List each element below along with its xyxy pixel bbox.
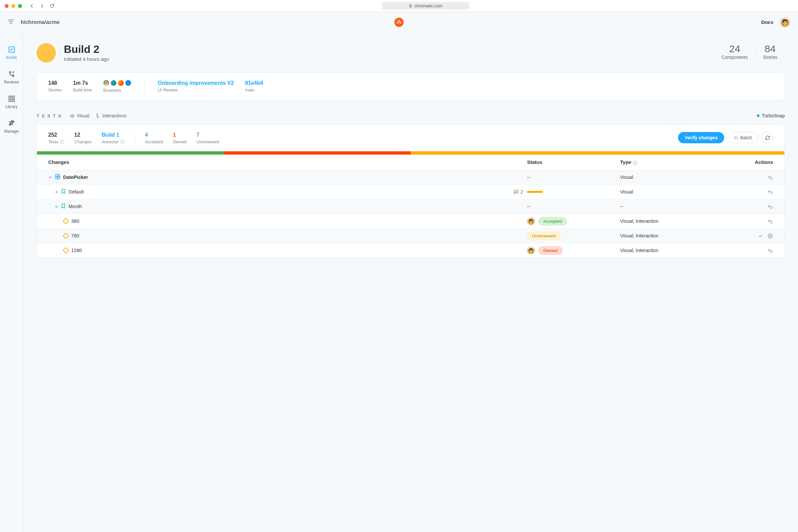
diamond-icon [62, 218, 69, 225]
components-stat: 24 Components [714, 43, 756, 60]
stat-label: Ancestor [101, 139, 118, 144]
back-button[interactable] [28, 2, 36, 10]
stat-value: 7 [196, 132, 220, 138]
filter-visual[interactable]: Visual [70, 113, 90, 118]
diamond-icon [62, 232, 69, 239]
chevron-down-icon[interactable] [48, 175, 52, 179]
branch-name: main [245, 88, 263, 92]
row-status: -- [527, 174, 620, 180]
deny-icon[interactable] [767, 233, 773, 239]
stat-value: 84 [763, 43, 777, 55]
help-icon[interactable]: ? [60, 140, 64, 144]
stat-unreviewed: 7 Unreviewed [196, 132, 220, 144]
sidebar-item-library[interactable]: Library [0, 91, 23, 115]
sidebar-label: Reviews [4, 80, 19, 84]
table-row[interactable]: DatePicker -- Visual [37, 170, 784, 185]
breadcrumb[interactable]: hichroma/acme [21, 19, 59, 25]
bookmark-icon [61, 204, 65, 209]
library-icon [8, 95, 15, 102]
refresh-icon [765, 135, 770, 140]
component-icon [55, 174, 60, 180]
undo-icon[interactable] [767, 174, 773, 180]
svg-rect-13 [58, 174, 60, 176]
sidebar-item-reviews[interactable]: Reviews [0, 66, 23, 91]
stat-label: Components [722, 55, 748, 60]
manage-icon [8, 120, 15, 127]
reload-button[interactable] [48, 2, 56, 10]
menu-icon[interactable] [8, 19, 14, 25]
info-stories: 148 Stories [48, 80, 61, 92]
undo-icon[interactable] [767, 218, 773, 224]
sidebar-item-manage[interactable]: Manage [0, 115, 23, 140]
info-label: Stories [48, 88, 61, 92]
maximize-window-icon[interactable] [18, 4, 22, 8]
table-row[interactable]: 380 🧑 Accepted Visual, Interaction [37, 214, 784, 228]
minimize-window-icon[interactable] [11, 4, 15, 8]
build-subtitle: Initiated 4 hours ago [64, 56, 109, 62]
refresh-button[interactable] [762, 132, 773, 143]
edge-icon [111, 80, 116, 86]
chevron-down-icon[interactable] [54, 205, 58, 208]
info-browsers: Browsers [103, 80, 131, 93]
svg-rect-14 [56, 177, 58, 179]
stat-label: Stories [763, 55, 777, 60]
commit-hash: 81e4b4 [245, 80, 263, 86]
batch-button[interactable]: Batch [727, 132, 758, 143]
svg-rect-10 [12, 99, 14, 101]
filter-interactions[interactable]: Interactions [95, 113, 126, 118]
comment-count[interactable]: 2 [514, 189, 523, 194]
close-window-icon[interactable] [5, 4, 8, 8]
info-commit[interactable]: 81e4b4 main [245, 80, 263, 92]
verify-changes-button[interactable]: Verify changes [678, 132, 724, 143]
stories-stat: 84 Stories [756, 43, 785, 60]
table-header: Changes Status Type ? Actions [37, 155, 784, 170]
checklist-icon [734, 136, 738, 140]
undo-icon[interactable] [767, 248, 773, 253]
sidebar-label: Manage [4, 129, 19, 134]
url-text: chromatic.com [414, 3, 442, 8]
svg-point-5 [9, 72, 11, 73]
divider [144, 80, 145, 93]
docs-link[interactable]: Docs [761, 19, 773, 25]
stat-denied: 1 Denied [173, 132, 187, 144]
row-name: 780 [71, 233, 79, 239]
user-avatar[interactable]: 🧑 [780, 17, 790, 27]
reviewer-avatar: 🧑 [527, 217, 535, 225]
url-bar[interactable]: chromatic.com [58, 2, 793, 10]
svg-rect-16 [514, 190, 518, 192]
svg-rect-12 [56, 174, 58, 176]
info-value: 1m 7s [73, 80, 92, 86]
stat-label: Tests [48, 139, 58, 144]
chevron-right-icon[interactable] [54, 190, 58, 194]
row-status: -- [527, 204, 620, 209]
stat-ancestor[interactable]: Build 1 Ancestor? [101, 132, 125, 144]
svg-point-3 [399, 22, 401, 24]
table-row[interactable]: 1280 🧑 Denied Visual, Interaction [37, 243, 784, 258]
sidebar-label: Builds [6, 55, 17, 60]
help-icon[interactable]: ? [633, 161, 637, 165]
stat-changes: 12 Changes [74, 132, 92, 144]
forward-button[interactable] [38, 2, 46, 10]
help-icon[interactable]: ? [120, 140, 125, 144]
table-row[interactable]: Month -- -- [37, 199, 784, 214]
sidebar-item-builds[interactable]: Builds [0, 41, 23, 66]
svg-point-1 [398, 20, 400, 22]
table-row[interactable]: Default 2 Visual [37, 185, 784, 199]
status-badge: Accepted [538, 217, 567, 225]
batch-label: Batch [740, 135, 752, 140]
row-name: 1280 [71, 248, 82, 253]
turbosnap-indicator[interactable]: TurboSnap [757, 113, 785, 118]
stat-value: 252 [48, 132, 64, 138]
table-row[interactable]: 780 Unreviewed Visual, Interaction [37, 228, 784, 243]
svg-rect-9 [8, 99, 11, 101]
progress-denied [224, 151, 411, 155]
info-review[interactable]: Onboarding improvements V2 UI Review [158, 80, 234, 92]
tests-heading: TESTS [37, 113, 64, 118]
th-type: Type [620, 159, 631, 165]
undo-icon[interactable] [767, 189, 773, 195]
accept-icon[interactable] [758, 233, 763, 239]
chromatic-logo-icon[interactable] [394, 18, 404, 27]
undo-icon[interactable] [767, 204, 773, 209]
info-label: Browsers [103, 88, 131, 93]
tests-card: 252 Tests? 12 Changes Build 1 Ancestor? … [37, 125, 785, 258]
